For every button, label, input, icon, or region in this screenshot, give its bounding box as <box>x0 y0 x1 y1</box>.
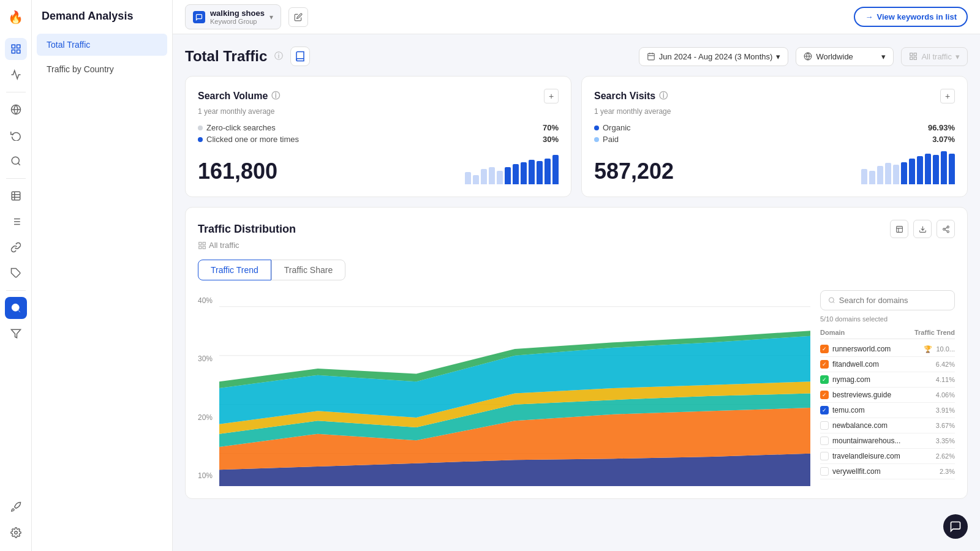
nav-icon-settings[interactable] <box>5 522 27 544</box>
nav-icon-refresh[interactable] <box>5 124 27 146</box>
domain-checkbox-5[interactable] <box>820 421 829 430</box>
domain-row-8[interactable]: verywellfit.com 2.3% <box>820 464 955 479</box>
nav-icon-link[interactable] <box>5 236 27 258</box>
support-bubble[interactable] <box>943 514 968 539</box>
domain-row-0[interactable]: ✓ runnersworld.com 🏆 10.0... <box>820 342 955 357</box>
nav-icon-list[interactable] <box>5 211 27 233</box>
view-keywords-label: View keywords in list <box>876 12 957 21</box>
search-volume-card: Search Volume ⓘ + 1 year monthly average… <box>185 76 571 197</box>
trophy-icon-0: 🏆 <box>924 345 932 353</box>
search-visits-plus-btn[interactable]: + <box>940 89 955 103</box>
paid-label: Paid <box>603 135 619 144</box>
app-logo[interactable]: 🔥 <box>6 7 26 27</box>
clicked-label: Clicked one or more times <box>206 135 299 144</box>
dist-subtitle: All traffic <box>198 241 955 250</box>
sidebar-title: Demand Analysis <box>32 10 172 32</box>
domain-row-2[interactable]: ✓ nymag.com 4.11% <box>820 372 955 388</box>
domain-search-box[interactable] <box>820 290 955 310</box>
traffic-filter-label: All traffic <box>921 52 952 61</box>
search-volume-info-icon[interactable]: ⓘ <box>271 91 280 102</box>
nav-icon-demand-active[interactable] <box>5 297 27 319</box>
domain-row-4[interactable]: ✓ temu.com 3.91% <box>820 403 955 418</box>
col-traffic-trend-label: Traffic Trend <box>914 329 955 336</box>
dist-header: Traffic Distribution <box>198 220 955 238</box>
domain-row-1[interactable]: ✓ fitandwell.com 6.42% <box>820 357 955 372</box>
page-header: Total Traffic ⓘ Jun 2024 - Aug 2024 (3 M… <box>185 47 968 66</box>
y-label-20: 20% <box>198 413 219 422</box>
svg-rect-23 <box>914 57 917 59</box>
svg-rect-24 <box>910 57 913 59</box>
nav-icon-analytics[interactable] <box>5 64 27 86</box>
domain-row-7[interactable]: travelandleisure.com 2.62% <box>820 449 955 464</box>
page-title-info-icon[interactable]: ⓘ <box>274 51 283 62</box>
search-volume-legend: Zero-click searches 70% Clicked one or m… <box>198 123 559 144</box>
svg-line-30 <box>944 230 947 231</box>
domain-search-input[interactable] <box>839 296 947 305</box>
nav-icon-rocket[interactable] <box>5 496 27 518</box>
paid-dot <box>594 137 599 142</box>
download-btn[interactable] <box>913 220 932 238</box>
svg-marker-13 <box>11 329 20 338</box>
domain-row-5[interactable]: newbalance.com 3.67% <box>820 418 955 433</box>
domain-search-icon <box>828 296 835 304</box>
svg-rect-33 <box>203 242 205 244</box>
search-volume-plus-btn[interactable]: + <box>544 89 559 103</box>
page-icon-button[interactable] <box>290 47 310 66</box>
keyword-group-selector[interactable]: walking shoes Keyword Group ▾ <box>185 4 281 29</box>
domain-row-6[interactable]: mountainwarehous... 3.35% <box>820 433 955 449</box>
domain-row-3[interactable]: ✓ bestreviews.guide 4.06% <box>820 388 955 403</box>
nav-icon-demand[interactable] <box>5 38 27 60</box>
organic-label: Organic <box>603 123 631 132</box>
domain-checkbox-6[interactable] <box>820 437 829 445</box>
page-area: Total Traffic ⓘ Jun 2024 - Aug 2024 (3 M… <box>173 34 980 551</box>
domain-checkbox-8[interactable] <box>820 467 829 476</box>
search-visits-info-icon[interactable]: ⓘ <box>659 91 668 102</box>
domain-list-header: Domain Traffic Trend <box>820 326 955 339</box>
keyword-group-icon <box>193 11 205 23</box>
keyword-group-info: walking shoes Keyword Group <box>210 9 265 25</box>
domain-checkbox-1[interactable]: ✓ <box>820 360 829 369</box>
nav-icon-filter[interactable] <box>5 323 27 345</box>
arrow-right-icon: → <box>865 12 873 21</box>
domain-checkbox-3[interactable]: ✓ <box>820 391 829 399</box>
dist-subtitle-label: All traffic <box>209 241 239 250</box>
search-volume-number: 161,800 <box>198 159 277 184</box>
tab-traffic-share[interactable]: Traffic Share <box>271 260 345 280</box>
chart-section: Traffic Trend Traffic Share 40% 30% 20% … <box>198 260 955 486</box>
main-content: walking shoes Keyword Group ▾ → View key… <box>173 0 980 551</box>
search-volume-bottom: 161,800 <box>198 154 559 184</box>
share-btn[interactable] <box>937 220 955 238</box>
nav-icon-bar-chart[interactable] <box>5 185 27 207</box>
domain-checkbox-4[interactable]: ✓ <box>820 406 829 414</box>
search-volume-title: Search Volume ⓘ <box>198 91 280 102</box>
region-filter[interactable]: Worldwide ▾ <box>796 47 894 66</box>
nav-icon-search2[interactable] <box>5 150 27 172</box>
nav-icon-globe[interactable] <box>5 99 27 121</box>
nav-icon-tag[interactable] <box>5 262 27 284</box>
page-title: Total Traffic <box>185 48 267 65</box>
svg-rect-25 <box>896 226 902 232</box>
svg-rect-4 <box>12 192 20 200</box>
chart-y-labels: 40% 30% 20% 10% <box>198 290 219 486</box>
svg-point-29 <box>947 230 949 232</box>
svg-point-12 <box>12 304 19 311</box>
region-chevron-icon: ▾ <box>881 52 886 61</box>
sidebar-item-traffic-by-country[interactable]: Traffic by Country <box>37 58 167 80</box>
traffic-filter[interactable]: All traffic ▾ <box>901 47 968 66</box>
domain-list: 5/10 domains selected Domain Traffic Tre… <box>820 290 955 486</box>
date-filter[interactable]: Jun 2024 - Aug 2024 (3 Months) ▾ <box>639 47 789 66</box>
domain-checkbox-2[interactable]: ✓ <box>820 375 829 384</box>
edit-button[interactable] <box>288 7 308 27</box>
svg-point-40 <box>829 298 834 302</box>
legend-organic: Organic 96.93% <box>594 123 955 132</box>
tab-traffic-trend[interactable]: Traffic Trend <box>198 260 271 280</box>
date-filter-label: Jun 2024 - Aug 2024 (3 Months) <box>659 52 773 61</box>
svg-point-27 <box>947 226 949 228</box>
clicked-dot <box>198 137 203 142</box>
excel-export-btn[interactable] <box>890 220 908 238</box>
sidebar-item-total-traffic[interactable]: Total Traffic <box>37 34 167 56</box>
view-keywords-button[interactable]: → View keywords in list <box>854 7 968 27</box>
domain-checkbox-7[interactable] <box>820 452 829 460</box>
domain-checkbox-0[interactable]: ✓ <box>820 345 829 353</box>
zero-click-dot <box>198 126 203 130</box>
